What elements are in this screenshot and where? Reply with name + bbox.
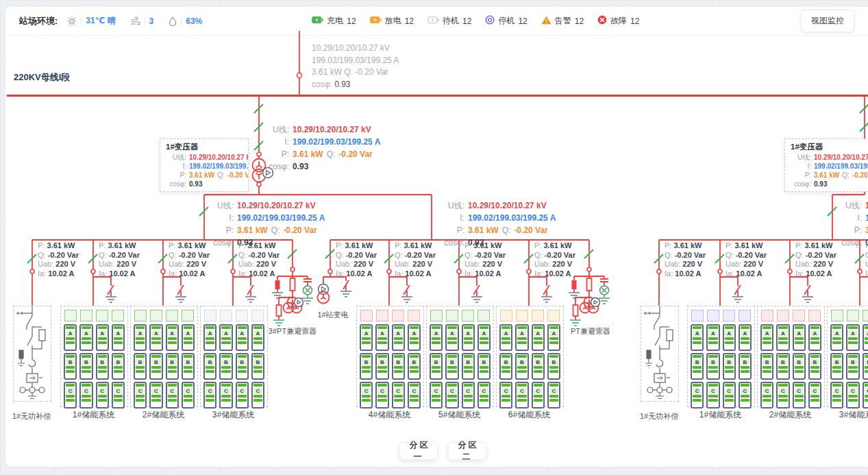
feeder-measure-label: Ia: bbox=[336, 269, 346, 278]
charge-bar bbox=[549, 355, 558, 358]
battery-cell: C bbox=[166, 382, 179, 409]
charge-bar bbox=[741, 366, 749, 369]
feeder-measure-label: P: bbox=[336, 241, 345, 249]
storage-system-box[interactable]: AAAABBBBCCCC bbox=[60, 306, 128, 407]
charge-bar bbox=[693, 337, 702, 340]
reactive-compensation-box[interactable] bbox=[641, 306, 679, 402]
measure-row: I:199.02/199.03/199.25 A bbox=[791, 162, 868, 171]
feeder-measure-row: Q: -0.20 Var bbox=[726, 251, 767, 260]
feeder-measure-value: 220 V bbox=[482, 260, 502, 268]
battery-cell: C bbox=[360, 382, 373, 409]
feeder-measure-value: 3.61 kW bbox=[734, 241, 762, 249]
charge-bar bbox=[501, 326, 510, 329]
charge-bar bbox=[221, 341, 230, 344]
battery-cell: A bbox=[462, 324, 475, 351]
charge-bar bbox=[151, 355, 160, 358]
charge-bar bbox=[184, 355, 193, 358]
charge-bar bbox=[778, 366, 787, 369]
battery-cell: C bbox=[691, 382, 704, 409]
battery-cell: B bbox=[392, 353, 405, 380]
pcs-status-cell bbox=[446, 310, 458, 321]
transformer-title: 1#变压器 bbox=[166, 143, 243, 151]
feeder-measure-value: 3.61 kW bbox=[177, 241, 206, 249]
measure-block-transformer-lv: U线:10.29/10.20/10.27 kVI:199.02/199.03/1… bbox=[264, 123, 380, 173]
pcs-status-cell bbox=[236, 310, 248, 321]
measure-row: I:199.02/199.03/199.25 A bbox=[209, 212, 325, 224]
charge-bar bbox=[810, 341, 819, 344]
charge-bar bbox=[394, 326, 403, 329]
feeder-measure-row: Uab: 220 V bbox=[99, 260, 140, 269]
pcs-status-cell bbox=[863, 310, 868, 321]
charge-bar bbox=[778, 399, 787, 402]
battery-cluster-letter: C bbox=[795, 388, 804, 394]
pt-arrester-label: PT兼避雷器 bbox=[556, 326, 625, 337]
battery-cluster-row: BBBB bbox=[203, 353, 264, 380]
charge-bar bbox=[238, 399, 247, 402]
storage-system-box[interactable]: AAAABBBBCCCC bbox=[687, 306, 755, 407]
feeder-measure-row: Ia: 10.02 A bbox=[865, 269, 868, 279]
charge-bar bbox=[377, 370, 386, 373]
pcs-status-row bbox=[691, 310, 751, 321]
storage-system-label: 3#储能系统 bbox=[200, 409, 266, 421]
battery-cell: C bbox=[96, 382, 109, 409]
charge-bar bbox=[98, 326, 107, 329]
zone-button-1[interactable]: 分区一 bbox=[399, 442, 438, 460]
storage-system-box[interactable]: AAAABBBBCCCC bbox=[356, 306, 424, 407]
pcs-status-cell bbox=[376, 310, 388, 321]
charge-bar bbox=[168, 337, 177, 340]
feeder-measure-row: P: 3.61 kW bbox=[99, 241, 140, 251]
zone-button-2[interactable]: 分区二 bbox=[448, 442, 486, 460]
transformer-1-right-info-box: 1#变压器U线:10.29/10.20/10.27 kVI:199.02/199… bbox=[784, 138, 868, 192]
charge-bar bbox=[795, 341, 804, 344]
feeder-measure-value: -0.20 Var bbox=[736, 251, 767, 259]
feeder-measure-value: 3.61 kW bbox=[543, 241, 571, 249]
battery-cluster-letter: B bbox=[168, 359, 177, 365]
storage-system-box[interactable]: AAAABBBBCCCC bbox=[130, 306, 198, 407]
charge-bar bbox=[865, 384, 868, 387]
charge-bar bbox=[480, 366, 488, 369]
storage-system-box[interactable]: AAAABBBBCCCC bbox=[757, 306, 825, 407]
charge-bar bbox=[810, 366, 819, 369]
charge-bar bbox=[151, 370, 160, 373]
battery-cluster-letter: B bbox=[517, 359, 526, 365]
charge-bar bbox=[362, 395, 371, 398]
measure-value: Q: bbox=[842, 171, 850, 180]
storage-system-box[interactable]: AAAABBBBCCCC bbox=[827, 306, 868, 407]
battery-cluster-letter: A bbox=[136, 330, 145, 337]
charge-bar bbox=[810, 326, 819, 329]
feeder-measure-row: Q: -0.20 Var bbox=[534, 251, 575, 260]
charge-bar bbox=[253, 395, 262, 398]
measure-row: I:199.02/199.03/199.25 A bbox=[837, 212, 868, 224]
storage-system-box[interactable]: AAAABBBBCCCC bbox=[496, 306, 564, 407]
feeder-measure-value: -0.20 Var bbox=[179, 251, 210, 259]
charge-bar bbox=[762, 366, 771, 369]
feeder-measure-label: Ia: bbox=[726, 269, 736, 278]
pcs-status-cell bbox=[500, 310, 512, 321]
charge-bar bbox=[708, 341, 717, 344]
charge-bar bbox=[82, 337, 90, 340]
charge-bar bbox=[362, 355, 371, 358]
battery-cell: B bbox=[203, 353, 216, 380]
feeder-measure-value: 220 V bbox=[813, 260, 833, 268]
charge-bar bbox=[501, 384, 510, 387]
charge-bar bbox=[221, 370, 230, 373]
incoming-cos: cosφ: 0.93 bbox=[312, 79, 399, 91]
storage-system-box[interactable]: AAAABBBBCCCC bbox=[200, 306, 268, 407]
battery-cluster-row: AAAA bbox=[830, 324, 868, 351]
battery-cluster-letter: A bbox=[741, 330, 749, 337]
feeder-measure-value: 10.02 A bbox=[736, 269, 762, 278]
battery-cell: A bbox=[360, 324, 373, 351]
charge-bar bbox=[741, 326, 749, 329]
feeder-measure-value: -0.20 Var bbox=[405, 251, 436, 259]
charge-bar bbox=[693, 370, 702, 373]
charge-bar bbox=[549, 366, 558, 369]
storage-system-box[interactable]: AAAABBBBCCCC bbox=[426, 306, 494, 407]
reactive-compensation-box[interactable] bbox=[13, 306, 51, 402]
battery-cluster-letter: B bbox=[795, 359, 804, 365]
charge-bar bbox=[534, 399, 543, 402]
measure-row: U线:10.29/10.20/10.27 kV bbox=[209, 199, 325, 212]
charge-bar bbox=[725, 370, 734, 373]
measure-value: 3.61 kW bbox=[293, 148, 323, 160]
battery-cell: B bbox=[499, 353, 512, 380]
charge-bar bbox=[725, 355, 734, 358]
